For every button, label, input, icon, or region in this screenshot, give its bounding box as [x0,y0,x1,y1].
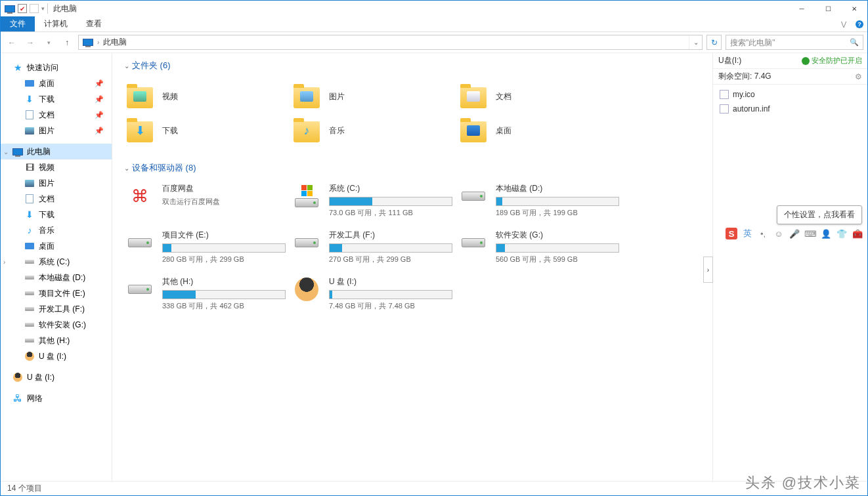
drive-item[interactable]: 其他 (H:)338 GB 可用，共 462 GB [124,275,288,312]
sidebar-item-drive-f[interactable]: 开发工具 (F:) [1,301,112,317]
tab-file[interactable]: 文件 [1,16,35,31]
usage-bar [496,197,619,206]
sidebar-item-documents[interactable]: 文档📌 [1,107,112,123]
folder-video[interactable]: 视频 [124,79,288,114]
ime-tooltip[interactable]: 个性设置，点我看看 [777,205,862,224]
drive-icon [128,238,152,247]
recent-dropdown[interactable]: ▾ [41,35,56,50]
tab-view[interactable]: 查看 [77,16,111,31]
search-input[interactable] [730,38,850,47]
usb-avatar-icon [12,372,23,382]
forward-button[interactable]: → [23,35,37,50]
up-button[interactable]: ↑ [60,35,74,50]
tab-computer[interactable]: 计算机 [35,16,77,31]
usage-bar [329,290,452,299]
sidebar-this-pc[interactable]: ⌄此电脑 [1,144,112,159]
back-button[interactable]: ← [5,35,19,50]
drive-name: 百度网盘 [162,183,286,194]
rpane-file[interactable]: autorun.inf [713,102,867,116]
help-icon[interactable]: ? [852,16,867,31]
usage-bar [162,290,286,299]
section-drives[interactable]: ⌄设备和驱动器 (8) [124,162,701,174]
sidebar-item-drive-e[interactable]: 项目文件 (E:) [1,285,112,301]
sidebar-item-downloads2[interactable]: ⬇下载 [1,207,112,222]
pc-icon [12,148,23,155]
drive-item[interactable]: 系统 (C:)73.0 GB 可用，共 111 GB [291,182,455,219]
nav-bar: ← → ▾ ↑ › 此电脑 ⌄ ↻ 🔍 [1,32,867,53]
ime-skin-icon[interactable]: 👕 [836,228,848,239]
drive-name: U 盘 (I:) [329,276,452,287]
ime-toolbox-icon[interactable]: 🧰 [852,228,863,239]
shield-icon [802,57,810,65]
ime-punct-icon[interactable]: •, [757,228,769,239]
ime-voice-icon[interactable]: 🎤 [789,228,800,239]
sidebar-usb-root[interactable]: U 盘 (I:) [1,369,112,385]
drive-icon [462,238,485,247]
gear-icon[interactable]: ⚙ [855,72,862,81]
drive-name: 开发工具 (F:) [329,230,452,241]
chevron-down-icon[interactable]: ⌄ [3,148,9,155]
maximize-button[interactable]: ☐ [815,1,841,16]
chevron-down-icon: ⌄ [124,62,129,70]
sidebar-item-desktop2[interactable]: 桌面 [1,238,112,254]
sidebar-item-desktop[interactable]: 桌面📌 [1,75,112,91]
qat-checkbox[interactable]: ✔ [18,4,27,13]
sidebar-item-drive-i[interactable]: U 盘 (I:) [1,348,112,364]
sidebar-item-drive-h[interactable]: 其他 (H:) [1,333,112,348]
ime-user-icon[interactable]: 👤 [820,228,832,239]
sidebar-item-videos[interactable]: 🎞视频 [1,159,112,175]
usage-bar [329,243,452,253]
desktop-icon [25,243,34,249]
folder-documents[interactable]: 文档 [458,79,622,114]
sidebar-item-drive-d[interactable]: 本地磁盘 (D:) [1,270,112,285]
address-bar[interactable]: › 此电脑 ⌄ [78,35,703,50]
sidebar-item-downloads[interactable]: ⬇下载📌 [1,91,112,107]
sidebar-item-pictures[interactable]: 图片📌 [1,123,112,138]
minimize-button[interactable]: ─ [789,1,815,16]
drive-item[interactable]: ⌘百度网盘双击运行百度网盘 [124,182,288,219]
folder-label: 桌面 [496,125,511,136]
sidebar-quick-access[interactable]: ★ 快速访问 [1,60,112,75]
refresh-button[interactable]: ↻ [706,35,722,50]
ime-lang[interactable]: 英 [741,228,753,239]
chevron-right-icon[interactable]: › [3,258,5,266]
desktop-icon [25,80,34,87]
sidebar-item-drive-g[interactable]: 软件安装 (G:) [1,317,112,333]
sidebar-item-music[interactable]: ♪音乐 [1,222,112,238]
ime-keyboard-icon[interactable]: ⌨ [804,228,816,239]
folder-pictures[interactable]: 图片 [291,79,455,114]
drive-item[interactable]: 项目文件 (E:)280 GB 可用，共 299 GB [124,228,288,266]
music-icon: ♪ [24,225,35,236]
ime-emoji-icon[interactable]: ☺ [773,228,785,239]
drive-icon [25,323,34,327]
collapse-pane-button[interactable]: › [703,257,713,283]
sidebar-item-drive-c[interactable]: ›系统 (C:) [1,254,112,270]
sidebar-network[interactable]: 🖧网络 [1,390,112,406]
drive-item[interactable]: 软件安装 (G:)560 GB 可用，共 599 GB [458,228,622,266]
close-button[interactable]: ✕ [841,1,867,16]
svg-text:?: ? [857,21,861,28]
sidebar-item-documents2[interactable]: 文档 [1,191,112,207]
qat-blank[interactable] [30,4,39,13]
address-dropdown[interactable]: ⌄ [689,35,702,49]
section-folders[interactable]: ⌄文件夹 (6) [124,60,701,72]
breadcrumb-thispc[interactable]: 此电脑 [103,37,127,48]
drive-name: 项目文件 (E:) [162,230,286,241]
sogou-icon[interactable]: S [726,228,737,239]
windows-icon [301,185,313,196]
drive-sub: 270 GB 可用，共 299 GB [329,255,452,264]
drive-item[interactable]: U 盘 (I:)7.48 GB 可用，共 7.48 GB [291,275,455,312]
folder-music[interactable]: ♪音乐 [291,114,455,148]
drive-item[interactable]: 开发工具 (F:)270 GB 可用，共 299 GB [291,228,455,266]
sidebar: ★ 快速访问 桌面📌 ⬇下载📌 文档📌 图片📌 ⌄此电脑 🎞视频 图片 文档 ⬇… [1,53,112,481]
sidebar-item-pictures2[interactable]: 图片 [1,175,112,191]
ribbon-expand-icon[interactable]: ⋁ [836,16,852,31]
drive-item[interactable]: 本地磁盘 (D:)189 GB 可用，共 199 GB [458,182,622,219]
rpane-file[interactable]: my.ico [713,87,867,102]
file-icon [720,90,729,99]
qat-dropdown[interactable]: ▾ [41,5,45,12]
folder-desktop[interactable]: 桌面 [458,114,622,148]
search-box[interactable]: 🔍 [726,35,863,50]
search-icon[interactable]: 🔍 [850,38,859,47]
folder-downloads[interactable]: ⬇下载 [124,114,288,148]
